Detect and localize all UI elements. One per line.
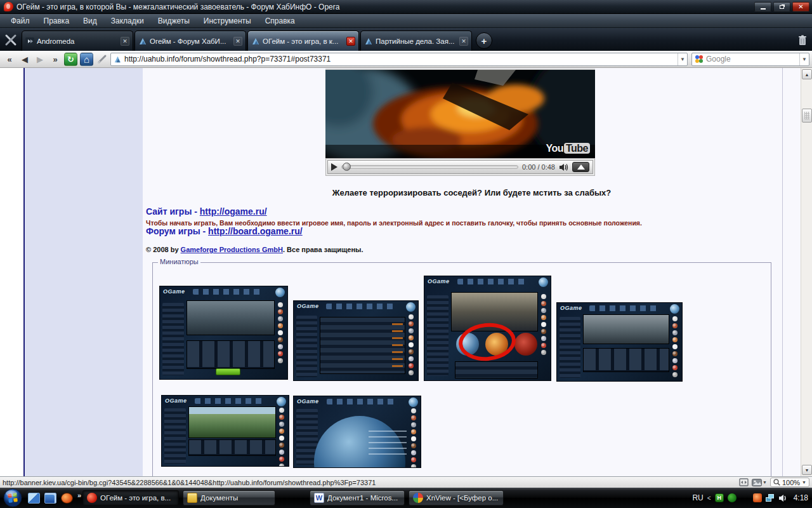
closed-tabs-trash-button[interactable] [793,30,812,50]
vertical-scrollbar[interactable]: ▲ ▼ [801,68,812,476]
seek-thumb[interactable] [343,163,351,171]
post-question-text: Желаете терроризировать соседей? Или буд… [143,188,801,197]
gameforge-link[interactable]: Gameforge Productions GmbH [181,246,283,253]
tab-ogame-game-active[interactable]: ОГейм - это игра, в к... ✕ [247,30,359,51]
quick-launch-bar [28,493,73,504]
opera-browser-window: ОГейм - это игра, в которой Вы - межгала… [0,0,812,508]
switch-windows-icon[interactable] [44,493,56,504]
menu-bookmarks[interactable]: Закладки [104,15,151,27]
tab-close-icon[interactable]: ✕ [459,37,468,46]
zoom-dropdown-icon[interactable]: ▼ [802,480,806,485]
forward-button[interactable]: ▶ [33,53,47,66]
status-link-url: http://banner.kiev.ua/cgi-bin/bg.cgi?435… [3,479,734,486]
images-icon [752,479,762,486]
zoom-control[interactable]: 100% ▼ [770,478,809,487]
taskbar-button-word[interactable]: W Документ1 - Micros... [310,490,405,505]
start-button[interactable] [3,488,22,507]
ogame-navbar-decoration [193,289,262,295]
quick-launch-app-icon[interactable] [61,493,73,504]
thumbnail-galaxy-screenshot[interactable]: OGame [293,396,421,468]
image-toggle-button[interactable]: ▼ [752,479,767,486]
scroll-down-button[interactable]: ▼ [802,465,812,475]
play-button[interactable] [331,163,337,171]
folder-icon [187,493,197,503]
fast-forward-button[interactable]: » [48,53,62,66]
menu-tools[interactable]: Инструменты [197,15,258,27]
fit-to-width-icon[interactable] [739,478,749,486]
thumbnail-fleet-screenshot[interactable]: OGame [293,300,419,381]
quick-launch-overflow-chevron[interactable]: » [77,491,81,499]
wrench-icon [4,34,17,46]
thumbnails-fieldset: Миниатюры OGame OGame [152,262,771,476]
show-desktop-icon[interactable] [28,493,40,504]
tab-bar: Andromeda ✕ Огейм - Форум ХабИ... ✕ ОГей… [0,28,812,51]
menu-help[interactable]: Справка [258,15,302,27]
taskbar-button-opera[interactable]: ОГейм - это игра, в... [82,490,179,505]
tab-label: Партийные дела. Зая... [376,37,457,45]
google-icon [695,55,704,64]
close-button[interactable]: ✕ [792,2,809,11]
uahub-favicon-icon [138,37,147,46]
new-tab-button[interactable]: + [476,32,492,49]
home-button[interactable]: ⌂ [80,53,93,66]
video-frame[interactable]: YouTube [325,69,595,158]
player-controls: 0:00 / 0:48 [327,160,593,174]
post-author-column [25,68,143,476]
ogame-forum-link[interactable]: http://board.ogame.ru/ [208,226,303,236]
ogame-site-link[interactable]: http://ogame.ru/ [200,206,267,217]
tray-collapse-chevron[interactable]: < [707,495,711,502]
close-icon: ✕ [798,4,803,10]
volume-tray-icon[interactable] [778,494,787,502]
menu-bar: Файл Правка Вид Закладки Виджеты Инструм… [0,14,812,28]
thumbnail-station-screenshot[interactable]: OGame [161,395,289,467]
taskbar-button-documents[interactable]: Документы [183,490,275,505]
post-content-area: YouTube 0:00 / 0:48 [143,68,801,476]
menu-view[interactable]: Вид [76,15,104,27]
menu-widgets[interactable]: Виджеты [151,15,197,27]
scroll-up-button[interactable]: ▲ [802,69,812,79]
thumbnail-shipyard-screenshot[interactable]: OGame [556,302,683,382]
tab-andromeda[interactable]: Andromeda ✕ [22,30,133,51]
address-bar-input[interactable]: http://uahub.info/forum/showthread.php?p… [110,53,688,66]
green-button-decoration [216,368,240,376]
network-icon[interactable] [766,493,775,502]
menu-file[interactable]: Файл [4,15,37,27]
reload-button[interactable]: ↻ [64,53,77,66]
video-time: 0:00 / 0:48 [522,163,555,171]
minimize-button[interactable] [754,2,771,11]
tray-app-icon[interactable] [753,493,762,502]
seek-bar[interactable] [341,163,518,171]
menu-edit[interactable]: Правка [37,15,77,27]
tab-ogame-forum[interactable]: Огейм - Форум ХабИ... ✕ [134,30,246,51]
tray-green-square-icon[interactable]: H [715,493,724,502]
language-indicator[interactable]: RU [692,493,703,502]
xnview-icon [413,493,423,503]
volume-icon[interactable] [559,163,568,171]
rewind-button[interactable]: « [3,53,16,66]
panels-toggle-button[interactable] [0,29,22,51]
thumbnail-overview-red-circle-screenshot[interactable]: OGame [424,276,551,381]
search-engine-dropdown-icon[interactable]: ▼ [799,53,809,65]
tab-close-icon[interactable]: ✕ [346,37,355,46]
magnifier-icon [773,479,780,486]
search-input[interactable]: Google ▼ [691,53,809,66]
popout-arrow-icon [577,164,585,170]
tab-party-affairs[interactable]: Партийные дела. Зая... ✕ [360,30,472,51]
scrollbar-thumb[interactable] [802,109,812,123]
system-tray: RU < H 4:18 [692,488,808,508]
search-placeholder-text: Google [706,55,799,64]
address-dropdown-icon[interactable]: ▼ [678,53,687,65]
restore-button[interactable] [773,2,790,11]
back-button[interactable]: ◀ [18,53,32,66]
popout-button[interactable] [572,162,589,172]
note-pencil-button[interactable] [95,53,109,66]
tab-close-icon[interactable]: ✕ [233,37,242,46]
player-control-frame: 0:00 / 0:48 [325,158,595,176]
pencil-icon [97,54,107,64]
tray-green-circle-icon[interactable] [728,493,737,502]
tab-close-icon[interactable]: ✕ [121,37,129,46]
taskbar-button-xnview[interactable]: XnView - [<Буфер о... [409,490,504,505]
thumbnail-buildings-screenshot[interactable]: OGame [159,286,288,380]
site-link-line: Сайт игры - http://ogame.ru/ [146,206,267,217]
word-document-icon: W [314,493,324,503]
